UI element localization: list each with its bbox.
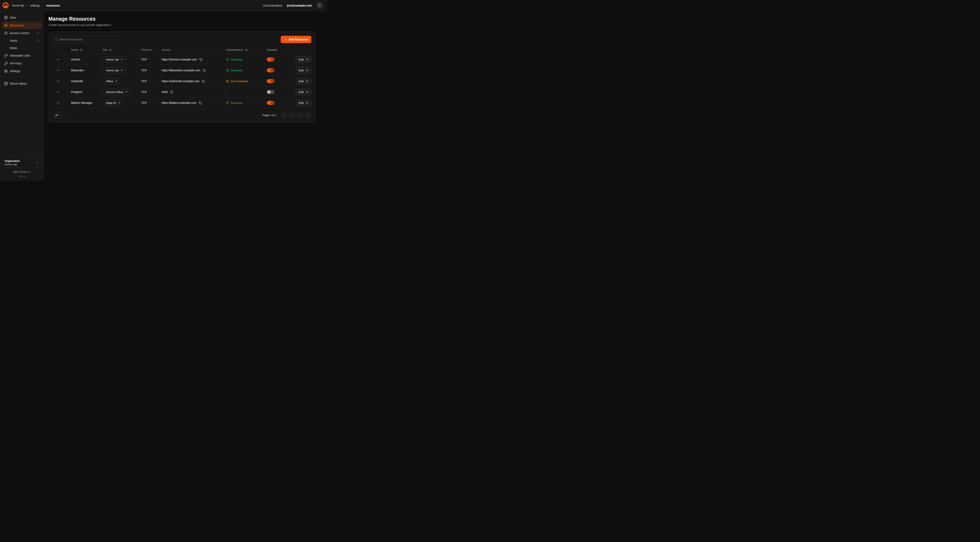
- edit-button[interactable]: Edit: [296, 89, 311, 96]
- row-menu-button[interactable]: [56, 100, 61, 105]
- arrow-up-right-icon: [115, 80, 118, 82]
- resource-protocol: TCP: [141, 69, 162, 72]
- sidebar-item-server-admin[interactable]: Server Admin: [2, 80, 42, 87]
- sidebar-item-access-control[interactable]: Access Control: [2, 29, 42, 37]
- row-menu-button[interactable]: [56, 89, 61, 95]
- enabled-toggle[interactable]: [267, 79, 274, 83]
- row-menu-button[interactable]: [56, 57, 61, 62]
- chevron-right-icon: [42, 4, 45, 7]
- edit-button[interactable]: Edit: [296, 99, 311, 106]
- column-label: Authentication: [226, 48, 243, 51]
- copy-icon[interactable]: [199, 101, 202, 104]
- edit-button[interactable]: Edit: [296, 78, 311, 84]
- previous-page-button[interactable]: [289, 112, 296, 118]
- row-menu-button[interactable]: [56, 78, 61, 84]
- sidebar-item-resources[interactable]: Resources: [2, 22, 42, 29]
- resource-name: Authentik: [71, 80, 103, 83]
- site-link-button[interactable]: Home Lab: [103, 67, 126, 73]
- sidebar-item-api-keys[interactable]: API Keys: [2, 60, 42, 67]
- pager-controls: Page 1 of 1: [262, 112, 311, 118]
- sidebar-item-label: Shareable Links: [10, 54, 30, 57]
- edit-label: Edit: [299, 80, 304, 83]
- enabled-toggle[interactable]: [267, 57, 274, 62]
- chevrons-left-icon: [283, 114, 286, 117]
- site-link-button[interactable]: Office: [103, 78, 121, 84]
- sort-icon: [109, 48, 112, 51]
- open-source-link[interactable]: Open Source: [2, 171, 42, 173]
- sidebar-item-shareable-links[interactable]: Shareable Links: [2, 52, 42, 59]
- sidebar-item-roles[interactable]: Roles: [2, 45, 42, 51]
- auth-status-label: Protected: [231, 58, 242, 61]
- page-size-select[interactable]: 20: [53, 112, 65, 118]
- organization-texts: Organization Home Lab: [5, 159, 20, 166]
- table-row: Battery Manager Edge 01 TCP https://batt…: [53, 97, 311, 108]
- access-url: https://immich.example.com: [162, 58, 197, 61]
- first-page-button[interactable]: [281, 112, 288, 118]
- shield-check-icon: [226, 58, 229, 61]
- chevrons-right-icon: [307, 114, 310, 117]
- waypoints-icon: [4, 24, 8, 27]
- sort-icon: [80, 48, 83, 51]
- column-header-authentication[interactable]: Authentication: [226, 48, 267, 51]
- next-page-button[interactable]: [297, 112, 303, 118]
- sidebar-item-label: Resources: [10, 24, 24, 27]
- site-link-button[interactable]: Second Office: [103, 89, 131, 95]
- add-resource-button[interactable]: Add Resource: [281, 36, 311, 43]
- key-icon: [4, 62, 8, 65]
- auth-status: -: [226, 91, 267, 94]
- auth-status: Protected: [226, 69, 267, 72]
- copy-icon[interactable]: [202, 80, 205, 83]
- breadcrumb: home-lab settings resources: [12, 4, 60, 7]
- chevron-down-icon: [60, 114, 62, 116]
- documentation-link[interactable]: Documentation: [263, 4, 282, 7]
- organization-label: Organization: [5, 159, 20, 163]
- app-logo-icon[interactable]: [2, 2, 9, 9]
- site-link-button[interactable]: Edge 01: [103, 100, 124, 106]
- edit-button[interactable]: Edit: [296, 67, 311, 74]
- search-wrap: [53, 36, 120, 43]
- site-name: Home Lab: [106, 69, 119, 72]
- table-toolbar: Add Resource: [53, 36, 311, 43]
- sidebar-item-sites[interactable]: Sites: [2, 14, 42, 21]
- breadcrumb-settings[interactable]: settings: [30, 4, 40, 7]
- last-page-button[interactable]: [305, 112, 311, 118]
- enabled-toggle[interactable]: [267, 90, 274, 94]
- copy-icon[interactable]: [170, 91, 173, 94]
- arrow-up-right-icon: [121, 58, 123, 61]
- gear-icon: [4, 69, 8, 73]
- sidebar-item-settings[interactable]: Settings: [2, 67, 42, 75]
- user-email[interactable]: joe@example.com: [287, 4, 312, 7]
- avatar[interactable]: J: [317, 2, 323, 9]
- search-input[interactable]: [53, 36, 120, 43]
- table-row: Immich Home Lab TCP https://immich.examp…: [53, 54, 311, 65]
- link-icon: [4, 54, 8, 57]
- site-name: Home Lab: [106, 58, 119, 61]
- sidebar: Sites Resources Access Control Users Rol…: [0, 11, 44, 181]
- column-header-name[interactable]: Name: [71, 48, 103, 51]
- enabled-toggle[interactable]: [267, 68, 274, 72]
- page-info: Page 1 of 1: [262, 114, 277, 117]
- column-header-site[interactable]: Site: [103, 48, 141, 51]
- edit-label: Edit: [299, 91, 304, 94]
- sidebar-item-users[interactable]: Users: [2, 37, 42, 44]
- enabled-toggle[interactable]: [267, 101, 274, 105]
- site-link-button[interactable]: Home Lab: [103, 56, 126, 63]
- edit-label: Edit: [299, 58, 304, 61]
- arrow-up-right-icon: [121, 69, 123, 72]
- table-row: Authentik Office TCP https://authentik.e…: [53, 76, 311, 87]
- edit-label: Edit: [299, 101, 304, 104]
- access-url: 5432: [162, 90, 168, 94]
- auth-status-label: Protected: [231, 101, 242, 104]
- sidebar-item-label: Sites: [10, 16, 16, 19]
- copy-icon[interactable]: [203, 69, 206, 72]
- row-menu-button[interactable]: [56, 68, 61, 73]
- breadcrumb-org[interactable]: home-lab: [12, 4, 24, 7]
- auth-status: Protected: [226, 58, 267, 61]
- page-title: Manage Resources: [48, 16, 316, 22]
- chevron-right-icon: [299, 114, 302, 117]
- top-bar: home-lab settings resources Documentatio…: [0, 0, 327, 11]
- copy-icon[interactable]: [199, 58, 202, 61]
- sidebar-item-label: Users: [10, 39, 18, 42]
- organization-selector[interactable]: Organization Home Lab: [2, 158, 42, 167]
- edit-button[interactable]: Edit: [296, 56, 311, 63]
